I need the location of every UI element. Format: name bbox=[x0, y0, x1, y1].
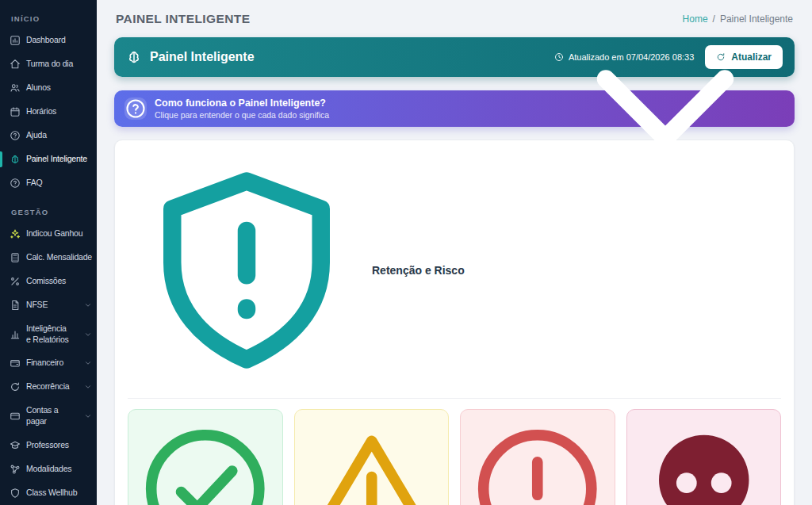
sidebar-item-painel-inteligente[interactable]: Painel Inteligente bbox=[0, 147, 97, 171]
sidebar-item-class-wellhub[interactable]: Class Wellhub bbox=[0, 481, 97, 505]
sidebar-item-label: Dashboard bbox=[26, 35, 66, 46]
sidebar-item-comisso-es[interactable]: Comissões bbox=[0, 270, 97, 293]
check-circle-icon bbox=[133, 417, 278, 505]
sidebar-item-label: Ajuda bbox=[26, 130, 47, 141]
sidebar-item-label: Turma do dia bbox=[26, 59, 73, 70]
sidebar-section-label: GESTÃO bbox=[0, 201, 97, 222]
main-area: PAINEL INTELIGENTE Home / Painel Intelig… bbox=[97, 0, 812, 505]
sidebar-item-alunos[interactable]: Alunos bbox=[0, 76, 97, 100]
sidebar-item-calc-mensalidade[interactable]: Calc. Mensalidade bbox=[0, 246, 97, 270]
alert-triangle-icon bbox=[300, 417, 444, 505]
wallet-icon bbox=[10, 358, 21, 369]
help-banner-title: Como funciona o Painel Inteligente? bbox=[155, 98, 329, 109]
panel-banner-left: Painel Inteligente bbox=[126, 49, 255, 65]
sidebar-item-label: Inteligência e Relatórios bbox=[26, 323, 72, 345]
sidebar-item-label: Calc. Mensalidade bbox=[26, 252, 92, 263]
page-title: PAINEL INTELIGENTE bbox=[116, 12, 250, 26]
sidebar-item-label: Horários bbox=[26, 106, 56, 117]
sidebar-section-label: INÍCIO bbox=[0, 8, 97, 29]
brain-icon bbox=[126, 49, 142, 65]
help-icon bbox=[10, 130, 21, 141]
app-window: INÍCIODashboardTurma do diaAlunosHorário… bbox=[0, 0, 812, 505]
graduation-icon bbox=[10, 440, 21, 451]
risk-card-red: 3VERMELHO bbox=[460, 409, 615, 505]
sidebar-item-indicou-ganhou[interactable]: Indicou Ganhou bbox=[0, 222, 97, 246]
calculator-icon bbox=[10, 252, 21, 263]
sidebar-item-dashboard[interactable]: Dashboard bbox=[0, 29, 97, 52]
sidebar-item-financeiro[interactable]: Financeiro bbox=[0, 351, 97, 375]
help-banner-text: Como funciona o Painel Inteligente? Cliq… bbox=[155, 98, 329, 120]
risk-card-green: 51VERDE bbox=[128, 409, 283, 505]
sidebar-item-intelige-ncia-e-relato-rios[interactable]: Inteligência e Relatórios bbox=[0, 317, 97, 351]
sidebar-item-label: Modalidades bbox=[26, 464, 71, 475]
home-icon bbox=[10, 59, 21, 70]
shield-icon bbox=[10, 488, 21, 499]
panel-banner-title: Painel Inteligente bbox=[150, 50, 255, 64]
users-icon bbox=[10, 82, 21, 94]
sidebar-item-label: Indicou Ganhou bbox=[26, 228, 82, 239]
risk-card-yellow: 20AMARELO bbox=[294, 409, 450, 505]
chevron-down-icon bbox=[84, 359, 92, 367]
page-content: Painel Inteligente Atualizado em 07/04/2… bbox=[97, 29, 812, 505]
sidebar-item-hora-rios[interactable]: Horários bbox=[0, 100, 97, 124]
chevron-down-icon bbox=[84, 301, 92, 309]
risk-stat-cards: 51VERDE20AMARELO3VERMELHO1225CRÍTICO bbox=[128, 409, 781, 505]
sidebar-item-recorre-ncia[interactable]: Recorrência bbox=[0, 375, 97, 399]
help-banner-subtitle: Clique para entender o que cada dado sig… bbox=[155, 110, 329, 120]
chevron-down-icon bbox=[84, 383, 92, 391]
shield-alert-icon bbox=[128, 151, 366, 389]
sidebar-item-label: Comissões bbox=[26, 276, 66, 287]
brain-icon bbox=[10, 154, 21, 165]
dashboard-icon bbox=[10, 35, 21, 46]
chevron-down-icon bbox=[84, 331, 92, 339]
credit-card-icon bbox=[10, 411, 21, 422]
sidebar-item-contas-a-pagar[interactable]: Contas a pagar bbox=[0, 399, 97, 433]
sidebar-item-professores[interactable]: Professores bbox=[0, 434, 97, 457]
chevron-down-icon bbox=[84, 412, 92, 420]
faq-icon bbox=[10, 178, 21, 189]
sidebar-item-label: FAQ bbox=[26, 178, 42, 189]
refresh-icon bbox=[10, 381, 21, 392]
sidebar-item-label: Recorrência bbox=[26, 381, 69, 392]
sparkles-icon bbox=[10, 228, 21, 239]
sidebar-item-ajuda[interactable]: Ajuda bbox=[0, 124, 97, 147]
sidebar-item-label: Painel Inteligente bbox=[26, 154, 87, 165]
sidebar-item-faq[interactable]: FAQ bbox=[0, 171, 97, 195]
document-icon bbox=[10, 300, 21, 311]
sidebar-item-label: Financeiro bbox=[26, 358, 63, 369]
network-icon bbox=[10, 464, 21, 475]
sidebar-item-label: Class Wellhub bbox=[26, 488, 77, 499]
help-banner[interactable]: Como funciona o Painel Inteligente? Cliq… bbox=[114, 90, 795, 127]
skull-icon bbox=[632, 417, 776, 505]
sidebar-item-label: Professores bbox=[26, 440, 69, 451]
sidebar-item-modalidades[interactable]: Modalidades bbox=[0, 457, 97, 481]
chevron-down-icon bbox=[546, 0, 784, 228]
bar-chart-icon bbox=[10, 329, 21, 340]
sidebar-item-nfse[interactable]: NFSE bbox=[0, 293, 97, 317]
retention-section-title: Retenção e Risco bbox=[372, 264, 465, 277]
sidebar-item-turma-do-dia[interactable]: Turma do dia bbox=[0, 52, 97, 76]
sidebar-item-label: NFSE bbox=[26, 300, 48, 311]
calendar-icon bbox=[10, 106, 21, 117]
question-circle-icon bbox=[124, 98, 147, 120]
sidebar-item-label: Alunos bbox=[26, 82, 51, 94]
risk-card-critical: 1225CRÍTICO bbox=[626, 409, 782, 505]
percent-icon bbox=[10, 276, 21, 287]
alert-circle-icon bbox=[465, 417, 610, 505]
sidebar: INÍCIODashboardTurma do diaAlunosHorário… bbox=[0, 0, 97, 505]
sidebar-item-label: Contas a pagar bbox=[26, 405, 72, 427]
